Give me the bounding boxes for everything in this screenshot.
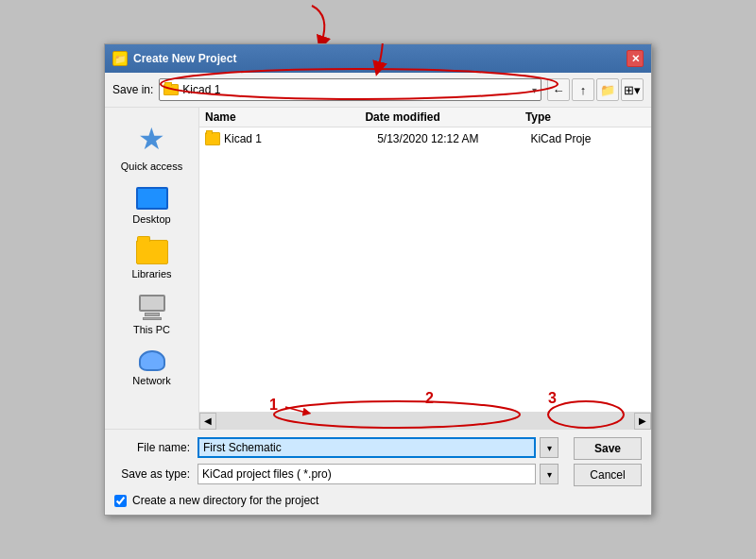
back-button[interactable]: ← (547, 78, 570, 101)
dialog-icon: 📁 (112, 51, 128, 66)
action-buttons: Save Cancel (574, 437, 642, 486)
scroll-track[interactable] (216, 413, 634, 429)
desktop-icon (136, 187, 168, 210)
file-name-dropdown-arrow[interactable]: ▾ (540, 437, 558, 458)
libraries-icon (136, 240, 168, 264)
form-rows-with-buttons: File name: ▾ Save as type: ▾ (114, 437, 642, 490)
sidebar-item-network[interactable]: Network (110, 345, 195, 392)
sidebar-item-this-pc[interactable]: This PC (110, 289, 195, 341)
file-list-header: Name Date modified Type (199, 108, 651, 127)
toolbar-row: Save in: Kicad 1 ▾ ← ↑ 📁 ⊞▾ (105, 73, 651, 108)
toolbar-icons: ← ↑ 📁 ⊞▾ (547, 78, 644, 101)
title-bar-left: 📁 Create New Project (112, 51, 236, 66)
file-name-row: File name: ▾ (114, 437, 558, 458)
sidebar-label-desktop: Desktop (132, 213, 170, 225)
column-name: Name (205, 110, 365, 124)
save-in-dropdown[interactable]: Kicad 1 ▾ (159, 78, 541, 101)
file-name-cell: Kicad 1 (224, 132, 377, 145)
file-list-body: Kicad 1 5/13/2020 12:12 AM KiCad Proje (199, 127, 651, 412)
sidebar-item-quick-access[interactable]: ★ Quick access (110, 115, 195, 178)
close-button[interactable]: ✕ (627, 50, 644, 67)
save-button[interactable]: Save (574, 437, 642, 460)
form-rows-inner: File name: ▾ Save as type: ▾ (114, 437, 558, 490)
save-type-input-wrap: ▾ (198, 464, 558, 484)
network-icon (139, 350, 165, 371)
file-date-cell: 5/13/2020 12:12 AM (377, 132, 530, 145)
up-button[interactable]: ↑ (572, 78, 594, 101)
file-list: Name Date modified Type Kicad 1 5/13/202… (199, 108, 651, 429)
column-date: Date modified (365, 110, 524, 124)
save-in-path: Kicad 1 (182, 83, 532, 96)
scroll-right-button[interactable]: ▶ (634, 413, 651, 430)
file-folder-icon (205, 132, 220, 145)
dialog-title: Create New Project (133, 52, 236, 65)
table-row[interactable]: Kicad 1 5/13/2020 12:12 AM KiCad Proje (199, 129, 651, 148)
save-type-dropdown-arrow[interactable]: ▾ (540, 464, 558, 484)
checkbox-label: Create a new directory for the project (132, 494, 318, 507)
sidebar: ★ Quick access Desktop Libraries (105, 108, 199, 429)
sidebar-label-this-pc: This PC (133, 324, 170, 335)
quick-access-icon: ★ (138, 121, 165, 157)
save-type-row: Save as type: ▾ (114, 464, 558, 484)
checkbox-row: Create a new directory for the project (114, 490, 642, 507)
file-name-label: File name: (114, 441, 190, 454)
dialog-window: 📁 Create New Project ✕ Save in: Kicad 1 … (104, 43, 652, 516)
new-folder-button[interactable]: 📁 (596, 78, 619, 101)
file-type-cell: KiCad Proje (530, 132, 645, 145)
sidebar-label-quick-access: Quick access (121, 161, 182, 172)
file-name-input[interactable] (198, 437, 536, 458)
file-name-input-wrap: ▾ (198, 437, 558, 458)
bottom-section: File name: ▾ Save as type: ▾ (105, 429, 651, 515)
folder-icon (163, 84, 179, 95)
save-type-label: Save as type: (114, 467, 190, 481)
sidebar-label-libraries: Libraries (131, 268, 171, 280)
main-content: ★ Quick access Desktop Libraries (105, 108, 651, 429)
cancel-button[interactable]: Cancel (574, 464, 642, 486)
dropdown-arrow-icon: ▾ (532, 85, 537, 95)
view-button[interactable]: ⊞▾ (621, 78, 644, 101)
scroll-left-button[interactable]: ◀ (199, 413, 216, 430)
create-directory-checkbox[interactable] (114, 495, 127, 507)
sidebar-item-libraries[interactable]: Libraries (110, 234, 195, 285)
sidebar-label-network: Network (132, 375, 170, 386)
this-pc-icon (139, 295, 165, 320)
horizontal-scrollbar[interactable]: ◀ ▶ (199, 412, 651, 429)
column-type: Type (525, 110, 645, 124)
save-type-input[interactable] (198, 464, 536, 484)
save-in-label: Save in: (112, 83, 153, 96)
sidebar-item-desktop[interactable]: Desktop (110, 181, 195, 230)
title-bar: 📁 Create New Project ✕ (105, 44, 651, 73)
